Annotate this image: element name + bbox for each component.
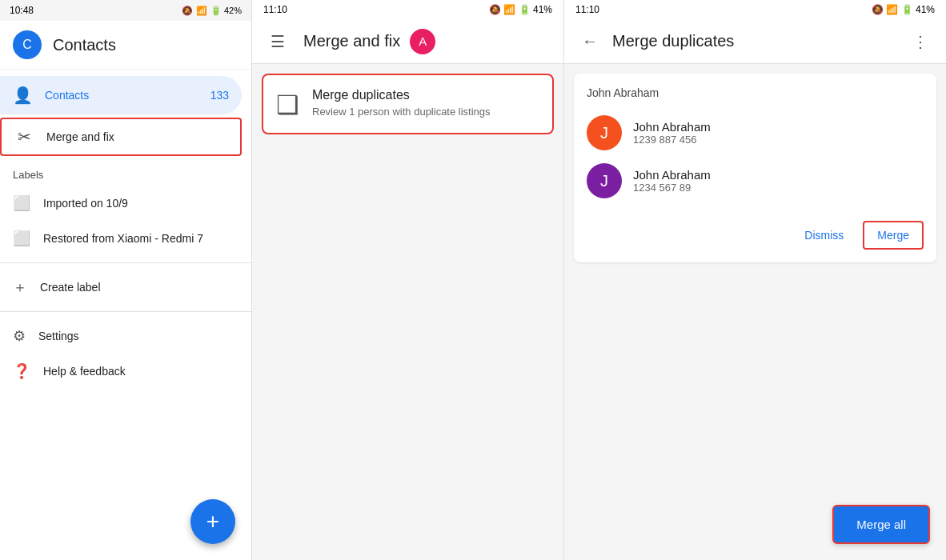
settings-text: Settings bbox=[38, 330, 79, 342]
status-time-1: 10:48 bbox=[10, 5, 34, 16]
divider-2 bbox=[0, 311, 251, 312]
settings-icon: ⚙ bbox=[13, 327, 26, 345]
create-label-item[interactable]: ＋ Create label bbox=[0, 270, 251, 305]
back-button[interactable]: ← bbox=[574, 26, 606, 58]
status-bar-3: 11:10 🔕 📶 🔋 41% bbox=[564, 0, 946, 19]
signal-icon: 📶 bbox=[196, 6, 207, 16]
hamburger-icon: ☰ bbox=[271, 32, 285, 51]
dup-initial-1: J bbox=[600, 124, 608, 142]
dup-group-name: John Abraham bbox=[587, 86, 924, 99]
label-imported[interactable]: ⬜ Imported on 10/9 bbox=[0, 186, 251, 221]
dup-info-2: John Abraham 1234 567 89 bbox=[633, 168, 711, 194]
duplicate-icon: ❑ bbox=[276, 90, 299, 120]
dup-entry-1[interactable]: J John Abraham 1239 887 456 bbox=[587, 109, 924, 157]
mute-icon-3: 🔕 bbox=[872, 4, 884, 15]
user-avatar[interactable]: A bbox=[410, 29, 435, 54]
more-vert-icon: ⋮ bbox=[912, 32, 928, 51]
merge-card-content: Merge duplicates Review 1 person with du… bbox=[312, 88, 491, 118]
label-icon-1: ⬜ bbox=[13, 194, 30, 212]
status-bar-1: 10:48 🔕 📶 🔋 42% bbox=[0, 0, 251, 21]
mute-icon: 🔕 bbox=[182, 6, 193, 16]
battery-icon-3: 🔋 41% bbox=[901, 4, 935, 15]
divider-1 bbox=[0, 262, 251, 263]
contacts-header: C Contacts bbox=[0, 21, 251, 70]
dup-avatar-1: J bbox=[587, 115, 622, 150]
status-icons-2: 🔕 📶 🔋 41% bbox=[489, 4, 552, 15]
dup-avatar-2: J bbox=[587, 163, 622, 198]
avatar-letter: C bbox=[22, 38, 32, 52]
signal-icon-2: 📶 bbox=[503, 4, 515, 15]
plus-icon: ＋ bbox=[13, 278, 27, 297]
labels-heading: Labels bbox=[0, 159, 251, 186]
settings-item[interactable]: ⚙ Settings bbox=[0, 318, 251, 354]
avatar-initial: A bbox=[419, 34, 427, 48]
sidebar-item-contacts[interactable]: 👤 Contacts 133 bbox=[0, 76, 242, 114]
dup-name-1: John Abraham bbox=[633, 120, 711, 134]
scissors-icon: ✂ bbox=[14, 127, 34, 146]
avatar[interactable]: C bbox=[13, 30, 42, 59]
dismiss-button[interactable]: Dismiss bbox=[792, 221, 856, 250]
battery-icon-2: 🔋 41% bbox=[519, 4, 552, 15]
status-icons-1: 🔕 📶 🔋 42% bbox=[182, 6, 242, 16]
create-label-text: Create label bbox=[40, 281, 101, 294]
hamburger-menu-button[interactable]: ☰ bbox=[262, 26, 294, 58]
dup-entry-2[interactable]: J John Abraham 1234 567 89 bbox=[587, 157, 924, 205]
status-time-2: 11:10 bbox=[263, 4, 287, 15]
contacts-icon: 👤 bbox=[13, 86, 32, 105]
merge-all-button[interactable]: Merge all bbox=[832, 505, 930, 544]
help-item[interactable]: ❓ Help & feedback bbox=[0, 354, 251, 389]
mute-icon-2: 🔕 bbox=[489, 4, 501, 15]
sidebar-item-merge-fix[interactable]: ✂ Merge and fix bbox=[0, 118, 242, 156]
dup-card-actions: Dismiss Merge bbox=[587, 214, 924, 250]
back-arrow-icon: ← bbox=[582, 32, 598, 50]
merge-card-subtitle: Review 1 person with duplicate listings bbox=[312, 106, 491, 118]
fab-add[interactable]: + bbox=[190, 499, 235, 544]
duplicate-contact-card: John Abraham J John Abraham 1239 887 456… bbox=[574, 74, 936, 262]
merge-card-title: Merge duplicates bbox=[312, 88, 491, 102]
merge-fix-title: Merge and fix bbox=[303, 32, 400, 50]
more-options-button[interactable]: ⋮ bbox=[904, 26, 936, 58]
fab-icon: + bbox=[206, 509, 219, 534]
label-restored[interactable]: ⬜ Restored from Xiaomi - Redmi 7 bbox=[0, 221, 251, 256]
merge-fix-label: Merge and fix bbox=[46, 130, 227, 143]
dup-name-2: John Abraham bbox=[633, 168, 711, 182]
label-text-imported: Imported on 10/9 bbox=[43, 197, 128, 210]
duplicates-title: Merge duplicates bbox=[612, 32, 898, 50]
dup-phone-2: 1234 567 89 bbox=[633, 182, 711, 194]
merge-fix-panel: 11:10 🔕 📶 🔋 41% ☰ Merge and fix A ❑ Merg… bbox=[252, 0, 564, 560]
dup-phone-1: 1239 887 456 bbox=[633, 134, 711, 146]
dup-initial-2: J bbox=[600, 172, 608, 190]
contacts-count: 133 bbox=[210, 89, 229, 102]
status-bar-2: 11:10 🔕 📶 🔋 41% bbox=[252, 0, 563, 19]
duplicates-header: ← Merge duplicates ⋮ bbox=[564, 19, 946, 64]
battery-icon: 🔋 42% bbox=[210, 6, 242, 16]
app-title: Contacts bbox=[53, 36, 116, 54]
status-icons-3: 🔕 📶 🔋 41% bbox=[872, 4, 935, 15]
contacts-panel: 10:48 🔕 📶 🔋 42% C Contacts 👤 Contacts 13… bbox=[0, 0, 252, 560]
signal-icon-3: 📶 bbox=[886, 4, 898, 15]
duplicates-panel: 11:10 🔕 📶 🔋 41% ← Merge duplicates ⋮ Joh… bbox=[564, 0, 946, 560]
label-icon-2: ⬜ bbox=[13, 230, 30, 247]
contacts-label: Contacts bbox=[45, 89, 198, 102]
help-icon: ❓ bbox=[13, 362, 30, 380]
dup-info-1: John Abraham 1239 887 456 bbox=[633, 120, 711, 146]
merge-button[interactable]: Merge bbox=[863, 221, 924, 250]
merge-fix-header: ☰ Merge and fix A bbox=[252, 19, 563, 64]
status-time-3: 11:10 bbox=[575, 4, 599, 15]
help-text: Help & feedback bbox=[43, 365, 126, 378]
merge-duplicates-card[interactable]: ❑ Merge duplicates Review 1 person with … bbox=[262, 74, 554, 134]
label-text-restored: Restored from Xiaomi - Redmi 7 bbox=[43, 232, 203, 245]
